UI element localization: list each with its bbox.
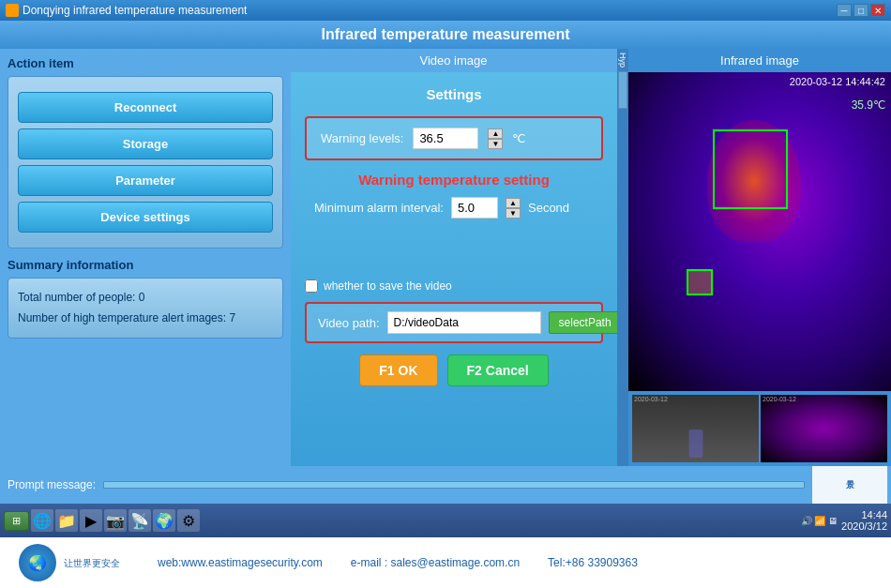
prompt-area: Prompt message: [0,475,812,495]
storage-button[interactable]: Storage [18,128,273,159]
content-area: Action item Reconnect Storage Parameter … [0,49,891,466]
face-detection-box [713,129,788,209]
taskbar-media-icon[interactable]: ▶ [80,509,102,532]
infrared-timestamp: 2020-03-12 14:44:42 [790,76,885,87]
window-controls: ─ □ ✕ [837,4,885,17]
maximize-button[interactable]: □ [853,4,868,17]
video-path-label: Video path: [318,316,380,330]
close-button[interactable]: ✕ [870,4,885,17]
total-people-label: Total number of people: [18,291,135,304]
tab-video-image[interactable]: Video image [291,49,617,72]
thumb-2: 2020-03-12 [761,395,887,462]
infrared-display: 2020-03-12 14:44:42 35.9℃ [628,72,891,391]
select-path-button[interactable]: selectPath [549,311,617,334]
bottom-row: Prompt message: 景 [0,466,891,504]
infrared-thumbnails: 2020-03-12 2020-03-12 [628,391,891,466]
footer-info: web:www.eastimagesecurity.com e-mail : s… [158,556,638,569]
cancel-label: Cancel [486,363,529,378]
video-path-input[interactable] [387,311,541,334]
app-icon [6,4,19,17]
save-video-label: whether to save the video [324,279,452,293]
thumb-1-label: 2020-03-12 [634,396,668,402]
main-title: Infrared temperature measurement [322,26,570,42]
warning-temp-setting-label: Warning temperature setting [305,172,603,188]
taskbar-app-icon[interactable]: 📷 [104,509,127,532]
dialog-buttons: F1 OK F2 Cancel [305,354,603,386]
warning-level-label: Warning levels: [321,131,403,145]
footer-website: web:www.eastimagesecurity.com [158,556,323,569]
hyp-area: Hyp [617,49,628,466]
action-box: Reconnect Storage Parameter Device setti… [8,76,283,249]
thumb-2-label: 2020-03-12 [763,396,796,402]
main-window: Donqying infrared temperature measuremen… [0,0,891,588]
save-video-row: whether to save the video [305,279,603,293]
total-people-value: 0 [139,291,145,304]
reconnect-button[interactable]: Reconnect [18,92,273,123]
taskbar-ie2-icon[interactable]: 🌍 [153,509,175,532]
taskbar-settings-icon[interactable]: ⚙ [177,509,200,532]
hyp-label: Hyp [618,49,627,68]
warning-spin-up[interactable]: ▲ [488,128,503,139]
bottom-logo: 景 [812,466,887,504]
footer: 🌏 让世界更安全 web:www.eastimagesecurity.com e… [0,537,891,588]
title-bar: Donqying infrared temperature measuremen… [0,0,891,21]
warning-spin-down[interactable]: ▼ [488,139,503,149]
minimize-button[interactable]: ─ [837,4,852,17]
footer-phone: Tel:+86 33909363 [548,556,638,569]
thumb-1: 2020-03-12 [632,395,759,462]
high-temp-row: Number of high temperature alert images:… [18,309,273,329]
settings-title: Settings [305,86,603,102]
alarm-row: Minimum alarm interval: ▲ ▼ Second [305,197,603,219]
scroll-thumb[interactable] [618,71,627,109]
f2-cancel-button[interactable]: F2 Cancel [447,354,549,386]
footer-logo: 🌏 让世界更安全 [19,544,120,581]
start-button[interactable]: ⊞ [4,511,29,531]
alarm-unit: Second [528,201,569,215]
right-panel: Infrared image 2020-03-12 14:44:42 35.9℃… [628,49,891,466]
taskbar-camera-icon[interactable]: 📡 [128,509,151,532]
logo-icon: 🌏 [28,554,47,572]
ok-label: OK [399,363,418,378]
alarm-spin-up[interactable]: ▲ [506,198,521,208]
prompt-field [103,481,805,489]
infrared-temperature: 35.9℃ [852,98,885,112]
taskbar: ⊞ 🌐 📁 ▶ 📷 📡 🌍 ⚙ 🔊 📶 🖥 14:44 2020/3/12 [0,504,891,537]
prompt-label: Prompt message: [8,478,96,491]
warning-level-input[interactable] [413,128,478,149]
taskbar-time: 14:44 2020/3/12 [841,509,887,532]
f1-ok-button[interactable]: F1 OK [359,354,437,386]
taskbar-ie-icon[interactable]: 🌐 [31,509,53,532]
window-title: Donqying infrared temperature measuremen… [23,4,247,17]
alarm-spin-down[interactable]: ▼ [506,208,521,219]
video-path-box: Video path: selectPath [305,302,603,343]
save-video-checkbox[interactable] [305,279,318,293]
object-detection-box [687,269,713,295]
warning-spin[interactable]: ▲ ▼ [488,128,503,149]
time-display: 14:44 [841,509,887,520]
summary-title: Summary information [8,258,283,272]
total-people-row: Total number of people: 0 [18,288,273,309]
warning-unit: ℃ [512,131,526,145]
min-alarm-label: Minimum alarm interval: [314,201,444,215]
logo-circle: 🌏 [19,544,56,581]
start-icon: ⊞ [12,515,21,527]
summary-box: Total number of people: 0 Number of high… [8,278,283,339]
tray-icons: 🔊 📶 🖥 [801,516,838,526]
panel-tabs: Video image [291,49,617,72]
min-alarm-input[interactable] [451,197,498,219]
high-temp-label: Number of high temperature alert images: [18,311,226,324]
alarm-spin[interactable]: ▲ ▼ [506,198,521,219]
high-temp-value: 7 [229,311,235,324]
infrared-tab[interactable]: Infrared image [628,49,891,72]
taskbar-folder-icon[interactable]: 📁 [55,509,78,532]
center-panel: Video image Settings Warning levels: ▲ ▼… [291,49,617,466]
footer-email: e-mail : sales@eastimage.com.cn [351,556,520,569]
title-bar-left: Donqying infrared temperature measuremen… [6,4,247,17]
parameter-button[interactable]: Parameter [18,165,273,196]
left-panel: Action item Reconnect Storage Parameter … [0,49,291,466]
warning-levels-box: Warning levels: ▲ ▼ ℃ [305,116,603,160]
f1-label: F1 [379,363,398,378]
device-settings-button[interactable]: Device settings [18,202,273,233]
action-item-title: Action item [8,56,283,70]
logo-text: 让世界更安全 [64,557,120,569]
